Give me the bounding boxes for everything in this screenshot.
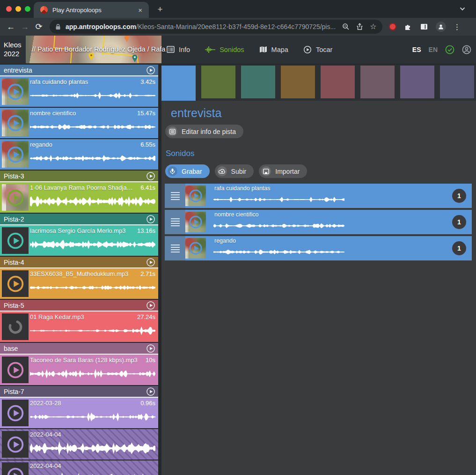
sidebar-sample[interactable]: 01 Raga Kedar.mp327.24s (0, 312, 158, 342)
sound-row[interactable]: regando1 (165, 236, 472, 260)
upload-button[interactable]: Subir (215, 164, 254, 178)
check-circle-icon[interactable] (445, 45, 454, 54)
import-icon (261, 166, 271, 176)
sidebar-track-header[interactable]: Pista-3 (0, 171, 158, 182)
nav-tab-info[interactable]: Info (167, 46, 190, 53)
track-play-icon[interactable] (146, 258, 155, 268)
track-swatch-7[interactable] (400, 66, 434, 98)
drag-handle-icon[interactable] (165, 210, 185, 234)
sample-thumbnail[interactable] (2, 227, 29, 254)
bookmark-star-icon[interactable]: ☆ (370, 23, 376, 30)
close-window-button[interactable] (6, 6, 12, 12)
extensions-puzzle-icon[interactable] (404, 22, 412, 31)
sidebar-sample[interactable]: 2022-04-04 (0, 429, 158, 460)
account-icon[interactable] (462, 45, 471, 54)
sound-thumbnail[interactable] (185, 186, 206, 206)
sidebar-track-header[interactable]: Pista-7 (0, 386, 158, 398)
track-swatch-2[interactable] (201, 66, 235, 98)
app-logo[interactable]: Kleos 2022 (4, 40, 22, 58)
track-play-icon[interactable] (146, 66, 155, 76)
track-play-icon[interactable] (146, 171, 155, 182)
track-play-icon[interactable] (146, 215, 155, 225)
waveform (30, 441, 155, 456)
sound-row[interactable]: nombre cientifico1 (165, 210, 472, 234)
share-icon[interactable] (356, 23, 363, 30)
minimize-window-button[interactable] (15, 6, 21, 12)
sample-thumbnail[interactable] (2, 400, 29, 426)
sample-thumbnail[interactable] (2, 270, 29, 297)
sound-thumbnail[interactable] (185, 212, 206, 232)
sound-row[interactable]: rafa cuidando plantas1 (165, 184, 472, 208)
drag-handle-icon[interactable] (165, 184, 185, 208)
track-swatch-5[interactable] (321, 66, 355, 98)
profile-avatar[interactable] (436, 22, 446, 32)
sample-duration: 13.16s (137, 227, 155, 234)
sample-thumbnail[interactable] (2, 78, 29, 105)
sidebar-track-header[interactable]: Pista-5 (0, 300, 158, 312)
sidebar-track-header[interactable]: Pista-2 (0, 214, 158, 225)
track-play-icon[interactable] (146, 387, 155, 398)
sidebar-track-header[interactable]: entrevista (0, 65, 158, 76)
forward-button[interactable]: → (18, 22, 32, 32)
sidebar-track-header[interactable]: Pista-4 (0, 257, 158, 268)
track-name: base (4, 345, 18, 352)
window-controls (6, 6, 30, 12)
sample-thumbnail[interactable] (2, 184, 29, 211)
loading-spinner-icon[interactable] (2, 313, 29, 340)
sidebar-sample[interactable]: lacrimosa Sergio García Merlo.mp313.16s (0, 225, 158, 256)
track-name: Pista-5 (4, 302, 24, 309)
map-pin-orange-icon (124, 36, 129, 42)
sidebar-sample[interactable]: nombre cientifico15.47s (0, 108, 158, 138)
track-swatch-6[interactable] (360, 66, 395, 98)
sidebar-sample[interactable]: 2022-04-04 (0, 460, 158, 475)
nav-tab-sonidos[interactable]: Sonidos (205, 46, 244, 53)
sample-thumbnail[interactable] (2, 462, 29, 475)
sidebar-sample[interactable]: 33ESX6038_B5_Muthedukkum.mp32.71s (0, 268, 158, 299)
browser-menu-icon[interactable]: ⋮ (454, 22, 461, 31)
drag-handle-icon[interactable] (165, 236, 185, 260)
nav-tab-tocar[interactable]: Tocar (303, 45, 332, 54)
tab-search-chevron-icon[interactable] (459, 6, 466, 14)
sidebar-sample[interactable]: Taconeo de Sara Baras (128 kbps).mp310s (0, 355, 158, 385)
zoom-out-icon[interactable] (342, 23, 350, 30)
sidebar-sample[interactable]: 2022-03-280.96s (0, 398, 158, 428)
track-swatch-8[interactable] (440, 66, 474, 98)
side-panel-icon[interactable] (420, 22, 428, 31)
sample-thumbnail[interactable] (2, 110, 29, 136)
track-play-icon[interactable] (146, 301, 155, 312)
sidebar-sample[interactable]: regando6.55s (0, 139, 158, 170)
track-swatches (161, 66, 474, 102)
track-swatch-1[interactable] (161, 66, 196, 102)
sample-duration: 10s (146, 356, 155, 364)
sample-thumbnail[interactable] (2, 141, 29, 168)
sidebar-sample[interactable]: rafa cuidando plantas3.42s (0, 76, 158, 107)
sample-title: rafa cuidando plantas (30, 78, 88, 85)
sample-thumbnail[interactable] (2, 431, 29, 458)
edit-track-info-button[interactable]: Editar info de pista (165, 125, 243, 138)
close-tab-icon[interactable]: × (136, 6, 144, 14)
sidebar-sample[interactable]: 1-06 Lavanya Rama Poorna Shadjam Rupak..… (0, 182, 158, 213)
lang-en-button[interactable]: EN (429, 46, 438, 53)
sidebar-track-header[interactable]: base (0, 343, 158, 355)
record-button[interactable]: Grabar (165, 164, 210, 178)
track-name: Pista-2 (4, 215, 24, 223)
maximize-window-button[interactable] (25, 6, 30, 12)
app-header: Kleos 2022 // Patio en Bordador Rodrígue… (0, 36, 476, 64)
sample-thumbnail[interactable] (2, 356, 29, 383)
breadcrumb: // Patio en Bordador Rodríguez Ojeda / R… (32, 45, 163, 53)
track-swatch-3[interactable] (241, 66, 275, 98)
address-bar[interactable]: app.antropoloops.com /Kleos-Santa-Marina… (50, 20, 382, 34)
waveform-icon (205, 46, 215, 53)
import-button[interactable]: Importar (259, 164, 307, 178)
reload-button[interactable]: ⟳ (32, 22, 46, 32)
lang-es-button[interactable]: ES (412, 46, 421, 53)
browser-tab[interactable]: Play Antropoloops × (34, 2, 149, 18)
sound-thumbnail[interactable] (185, 238, 206, 259)
track-swatch-4[interactable] (281, 66, 315, 98)
new-tab-button[interactable]: + (154, 4, 166, 15)
nav-tab-mapa[interactable]: Mapa (259, 46, 288, 53)
record-indicator-icon[interactable] (389, 23, 396, 30)
waveform (30, 323, 155, 338)
track-play-icon[interactable] (146, 344, 155, 355)
back-button[interactable]: ← (4, 22, 18, 32)
